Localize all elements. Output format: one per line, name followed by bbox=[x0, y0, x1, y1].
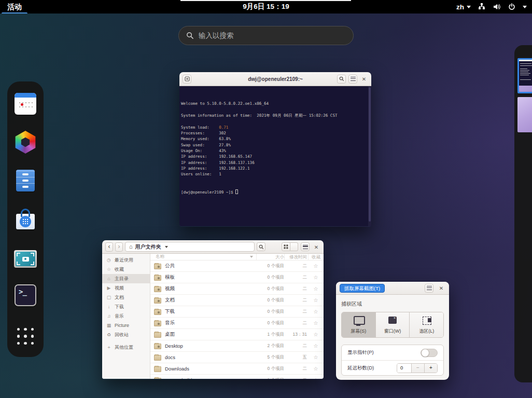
dock-item-calendar[interactable] bbox=[14, 92, 37, 115]
sidebar-item-music[interactable]: ♫音乐 bbox=[102, 311, 150, 321]
sidebar-item-download[interactable]: ↓下载 bbox=[102, 302, 150, 311]
current-location: 用户文件夹 bbox=[135, 243, 161, 251]
star-icon[interactable]: ☆ bbox=[308, 366, 324, 372]
star-icon[interactable]: ☆ bbox=[308, 297, 324, 303]
file-row[interactable]: 视频0 个项目二☆ bbox=[150, 283, 324, 295]
screenshot-dialog-titlebar: 抓取屏幕截图(T) bbox=[336, 282, 449, 295]
star-icon[interactable]: ☆ bbox=[308, 354, 324, 360]
forward-button[interactable] bbox=[115, 242, 123, 252]
dock-item-files[interactable] bbox=[14, 169, 37, 192]
terminal-line: IP address: 192.168.122.1 bbox=[181, 166, 367, 171]
search-bar[interactable] bbox=[178, 26, 354, 45]
files-window-preview[interactable]: ⌂ 用户文件夹 ◷最近使用☆收藏⌂主目录▶视频▢文档↓下载♫音乐▦Pi bbox=[102, 240, 324, 379]
column-header-modified[interactable]: 修改时间 bbox=[284, 254, 308, 260]
view-options-dropdown[interactable] bbox=[290, 242, 298, 251]
delay-value-field[interactable]: 0 bbox=[397, 364, 411, 373]
location-dropdown-icon[interactable] bbox=[165, 246, 168, 248]
activities-active-indicator bbox=[2, 12, 27, 13]
dock-item-photos[interactable] bbox=[14, 131, 37, 154]
capture-mode-window[interactable]: 窗口(W) bbox=[376, 312, 410, 337]
file-name: Downloads bbox=[165, 366, 189, 372]
volume-icon[interactable] bbox=[493, 3, 501, 11]
network-icon[interactable] bbox=[478, 3, 486, 11]
sidebar-item-document[interactable]: ▢文档 bbox=[102, 293, 150, 302]
files-close-button[interactable] bbox=[312, 243, 320, 251]
file-name: docs bbox=[165, 354, 175, 360]
terminal-menu-button[interactable] bbox=[348, 75, 357, 84]
search-input[interactable] bbox=[199, 32, 346, 39]
activities-button[interactable]: 活动 bbox=[0, 0, 29, 13]
sidebar-item-photo[interactable]: ▦Picture bbox=[102, 321, 150, 330]
music-icon: ♫ bbox=[106, 313, 111, 319]
star-icon[interactable]: ☆ bbox=[308, 263, 324, 269]
capture-mode-screen[interactable]: 屏幕(S) bbox=[342, 312, 376, 337]
file-row[interactable]: 文档0 个项目二☆ bbox=[150, 295, 324, 306]
column-header-size[interactable]: 大小 bbox=[256, 254, 284, 260]
column-header-starred[interactable]: 收藏 bbox=[308, 254, 324, 260]
dock-item-screenshot[interactable] bbox=[14, 248, 37, 268]
view-toggle-button[interactable] bbox=[282, 242, 290, 251]
sidebar-item-label: 下载 bbox=[115, 304, 124, 310]
screenshot-dialog[interactable]: 抓取屏幕截图(T) 捕获区域 屏幕(S)窗口(W)选区(L) 显示指针(P) 延… bbox=[336, 282, 449, 380]
file-row[interactable]: Desktop2 个项目二☆ bbox=[150, 340, 324, 352]
sidebar-item-recent[interactable]: ◷最近使用 bbox=[102, 255, 150, 265]
hamburger-icon bbox=[351, 77, 356, 81]
star-icon[interactable]: ☆ bbox=[308, 343, 324, 349]
dock-item-terminal[interactable]: >_ bbox=[14, 284, 37, 307]
star-icon[interactable]: ☆ bbox=[308, 377, 324, 379]
path-bar[interactable]: ⌂ 用户文件夹 bbox=[125, 242, 255, 252]
file-row[interactable]: 桌面1 个项目13：31☆ bbox=[150, 329, 324, 340]
file-row[interactable]: 公共0 个项目二☆ bbox=[150, 260, 324, 272]
files-search-button[interactable] bbox=[257, 242, 265, 251]
star-icon[interactable]: ☆ bbox=[308, 309, 324, 314]
screenshot-close-button[interactable] bbox=[437, 284, 445, 292]
take-screenshot-button[interactable]: 抓取屏幕截图(T) bbox=[340, 284, 385, 293]
terminal-search-button[interactable] bbox=[337, 75, 346, 84]
terminal-content[interactable]: Welcome to 5.10.0-5.8.0.22.oe1.x86_64 Sy… bbox=[179, 86, 371, 226]
screen-mode-icon bbox=[352, 315, 365, 326]
hamburger-icon bbox=[303, 245, 308, 249]
sidebar-item-other-locations[interactable]: ＋其他位置 bbox=[102, 342, 150, 352]
files-menu-button[interactable] bbox=[301, 242, 310, 251]
terminal-window-preview[interactable]: dwj@openeuler2109:~ Welcome to 5.10.0-5.… bbox=[179, 72, 371, 227]
file-row[interactable]: Downloads0 个项目二☆ bbox=[150, 363, 324, 375]
delay-row: 延迟秒数(D) 0 − + bbox=[342, 360, 443, 375]
file-row[interactable]: gnome-builder1 个项目二☆ bbox=[150, 375, 324, 379]
sidebar-item-trash[interactable]: ♻回收站 bbox=[102, 330, 150, 339]
capture-mode-selection[interactable]: 选区(L) bbox=[410, 312, 443, 337]
star-icon[interactable]: ☆ bbox=[308, 275, 324, 280]
clock-button[interactable]: 9月6日 15：19 bbox=[243, 0, 289, 13]
folder-icon bbox=[154, 321, 161, 326]
terminal-close-button[interactable] bbox=[360, 75, 368, 83]
file-row[interactable]: docs5 个项目五☆ bbox=[150, 352, 324, 363]
recent-icon: ◷ bbox=[106, 257, 111, 263]
file-size: 1 个项目 bbox=[256, 332, 284, 338]
toggle-knob bbox=[421, 349, 429, 357]
star-icon[interactable]: ☆ bbox=[308, 320, 324, 326]
delay-decrement-button[interactable]: − bbox=[411, 364, 424, 373]
file-name: 模板 bbox=[165, 274, 175, 281]
file-row[interactable]: 下载0 个项目二☆ bbox=[150, 306, 324, 318]
workspace-thumbnail-2[interactable] bbox=[517, 97, 532, 132]
sidebar-item-star[interactable]: ☆收藏 bbox=[102, 265, 150, 274]
terminal-scrollbar[interactable] bbox=[368, 86, 371, 226]
star-icon[interactable]: ☆ bbox=[308, 332, 324, 337]
file-row[interactable]: 模板0 个项目二☆ bbox=[150, 272, 324, 283]
dock-item-software[interactable] bbox=[14, 208, 37, 230]
delay-increment-button[interactable]: + bbox=[424, 364, 437, 373]
workspace-thumbnail-1[interactable] bbox=[517, 58, 532, 93]
power-icon[interactable] bbox=[508, 3, 516, 11]
language-indicator[interactable]: zh bbox=[456, 3, 471, 11]
show-pointer-toggle[interactable] bbox=[421, 349, 438, 357]
dock-item-app-grid[interactable] bbox=[14, 325, 37, 348]
file-size: 2 个项目 bbox=[256, 343, 284, 349]
star-icon[interactable]: ☆ bbox=[308, 286, 324, 292]
sidebar-item-home[interactable]: ⌂主目录 bbox=[102, 274, 150, 283]
back-button[interactable] bbox=[105, 242, 113, 252]
file-row[interactable]: 音乐0 个项目二☆ bbox=[150, 318, 324, 329]
screenshot-menu-button[interactable] bbox=[425, 284, 433, 293]
column-header-name[interactable]: 名称 bbox=[156, 254, 256, 260]
system-menu-chevron-icon[interactable] bbox=[523, 6, 527, 8]
sidebar-item-video[interactable]: ▶视频 bbox=[102, 283, 150, 293]
new-tab-button[interactable] bbox=[183, 75, 191, 84]
